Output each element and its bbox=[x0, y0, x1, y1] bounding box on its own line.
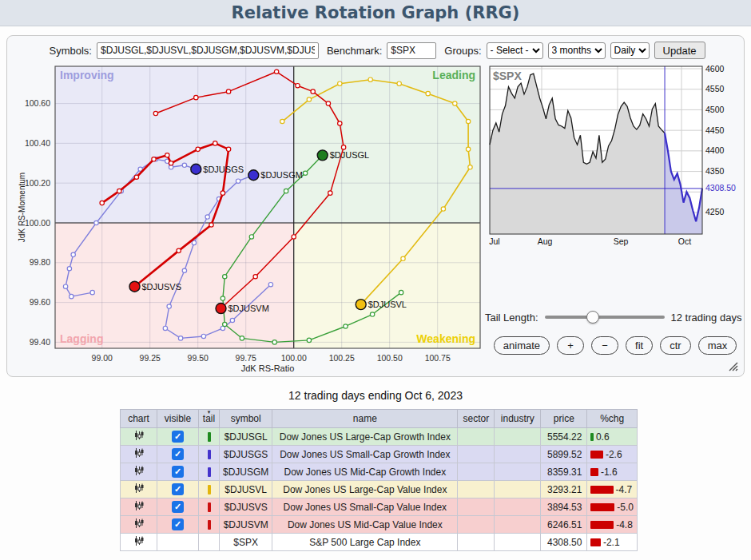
benchmark-mini-chart[interactable]: 46004550450044504400435042504308.50JulAu… bbox=[483, 63, 747, 258]
animate-button[interactable]: animate bbox=[494, 336, 550, 355]
chart-icon[interactable] bbox=[133, 467, 145, 479]
spx-chart-title: $SPX bbox=[493, 70, 522, 82]
tail-color-indicator[interactable] bbox=[208, 450, 211, 459]
groups-select[interactable]: - Select - bbox=[487, 42, 543, 59]
svg-text:4600: 4600 bbox=[705, 64, 725, 73]
visible-checkbox[interactable]: ✓ bbox=[172, 431, 184, 443]
visible-checkbox[interactable]: ✓ bbox=[172, 448, 184, 460]
svg-text:100.50: 100.50 bbox=[377, 353, 403, 363]
rrg-marker-$DJUSVM[interactable] bbox=[216, 304, 226, 314]
rrg-panel: Symbols: Benchmark: Groups: - Select - 3… bbox=[6, 35, 745, 377]
svg-text:Oct: Oct bbox=[678, 236, 691, 246]
frequency-select[interactable]: Daily bbox=[610, 42, 650, 59]
chart-icon[interactable] bbox=[133, 450, 145, 461]
app-titlebar: Relative Rotation Graph (RRG) bbox=[0, 0, 751, 26]
controls-bar: Symbols: Benchmark: Groups: - Select - 3… bbox=[7, 42, 744, 59]
svg-text:4500: 4500 bbox=[705, 105, 725, 114]
rrg-marker-$DJUSVL[interactable] bbox=[356, 300, 366, 310]
symbols-table-wrap: chartvisible▾tailsymbolnamesectorindustr… bbox=[120, 409, 638, 551]
rrg-marker-$DJUSVS[interactable] bbox=[129, 281, 140, 292]
symbols-input[interactable] bbox=[97, 42, 319, 59]
tail-color-indicator[interactable] bbox=[208, 502, 211, 512]
column-header-tail[interactable]: ▾tail bbox=[199, 410, 220, 428]
rrg-marker-$DJUSGL[interactable] bbox=[317, 150, 328, 161]
cell-industry bbox=[495, 428, 541, 446]
benchmark-input[interactable] bbox=[387, 42, 436, 59]
rrg-marker-label-$DJUSVS: $DJUSVS bbox=[142, 282, 182, 292]
sort-arrow-icon: ▾ bbox=[208, 409, 211, 415]
groups-label: Groups: bbox=[444, 45, 481, 57]
tail-length-slider[interactable] bbox=[545, 311, 665, 324]
chart-icon[interactable] bbox=[133, 520, 145, 531]
visible-checkbox[interactable]: ✓ bbox=[172, 518, 184, 530]
cell-price: 6246.51 bbox=[541, 516, 587, 534]
rrg-marker-$DJUSGS[interactable] bbox=[191, 164, 201, 174]
fit-button[interactable]: fit bbox=[626, 336, 653, 355]
column-header-visible[interactable]: visible bbox=[157, 410, 199, 428]
visible-checkbox[interactable]: ✓ bbox=[172, 483, 184, 495]
symbols-label: Symbols: bbox=[49, 45, 91, 57]
tail-color-indicator[interactable] bbox=[208, 432, 211, 442]
tail-color-indicator[interactable] bbox=[208, 520, 211, 530]
tail-color-indicator[interactable] bbox=[208, 485, 211, 494]
rrg-app: Relative Rotation Graph (RRG) Symbols: B… bbox=[0, 0, 751, 560]
column-header-chart[interactable]: chart bbox=[121, 410, 157, 428]
cell-name: S&P 500 Large Cap Index bbox=[272, 534, 458, 551]
chart-icon[interactable] bbox=[133, 432, 145, 443]
quadrant-label-leading: Leading bbox=[432, 69, 475, 81]
zoom-in-button[interactable]: + bbox=[557, 336, 584, 355]
cell-name: Dow Jones US Mid-Cap Value Index bbox=[272, 516, 458, 534]
tail-color-indicator[interactable] bbox=[208, 467, 211, 477]
cell-sector bbox=[458, 463, 495, 481]
update-button[interactable]: Update bbox=[654, 42, 705, 59]
cell-pct-change: -2.6 bbox=[587, 446, 638, 463]
rrg-marker-label-$DJUSVM: $DJUSVM bbox=[228, 304, 269, 313]
column-header-price[interactable]: price bbox=[541, 410, 587, 428]
svg-text:100.75: 100.75 bbox=[425, 353, 451, 363]
column-header-name[interactable]: name bbox=[272, 410, 458, 428]
svg-text:Sep: Sep bbox=[614, 236, 629, 246]
cell-pct-change: 0.6 bbox=[587, 428, 638, 446]
cell-industry bbox=[495, 446, 541, 463]
resize-handle-icon[interactable] bbox=[727, 360, 738, 371]
table-row-$DJUSGL: ✓$DJUSGLDow Jones US Large-Cap Growth In… bbox=[121, 428, 638, 446]
cell-symbol: $DJUSGS bbox=[220, 446, 272, 463]
slider-track[interactable] bbox=[545, 316, 665, 319]
cell-price: 8359.31 bbox=[541, 463, 587, 481]
slider-knob[interactable] bbox=[586, 311, 599, 324]
max-button[interactable]: max bbox=[698, 336, 737, 355]
period-caption: 12 trading days ending Oct 6, 2023 bbox=[0, 389, 751, 402]
table-row-$DJUSVS: ✓$DJUSVSDow Jones US Small-Cap Value Ind… bbox=[121, 498, 638, 516]
x-axis-title: JdK RS-Ratio bbox=[241, 363, 295, 373]
cell-price: 5899.52 bbox=[541, 446, 587, 463]
column-header-industry[interactable]: industry bbox=[495, 410, 541, 428]
quadrant-weakening bbox=[294, 223, 480, 348]
chart-icon[interactable] bbox=[133, 502, 145, 514]
cell-symbol: $DJUSVL bbox=[220, 481, 272, 498]
center-button[interactable]: ctr bbox=[660, 336, 690, 355]
zoom-out-button[interactable]: − bbox=[591, 336, 618, 355]
chart-icon[interactable] bbox=[133, 538, 145, 549]
tail-length-label: Tail Length: bbox=[485, 312, 538, 324]
svg-text:99.25: 99.25 bbox=[140, 353, 161, 363]
svg-text:99.60: 99.60 bbox=[30, 297, 50, 307]
cell-industry bbox=[495, 516, 541, 534]
symbols-table: chartvisible▾tailsymbolnamesectorindustr… bbox=[120, 409, 638, 551]
svg-text:99.00: 99.00 bbox=[92, 353, 113, 363]
svg-text:100.00: 100.00 bbox=[281, 353, 307, 363]
visible-checkbox[interactable]: ✓ bbox=[172, 501, 184, 513]
period-select[interactable]: 3 months bbox=[548, 42, 606, 59]
chart-icon[interactable] bbox=[133, 485, 145, 496]
visible-checkbox[interactable]: ✓ bbox=[172, 466, 184, 478]
rrg-chart[interactable]: ImprovingLeadingLaggingWeakening99.0099.… bbox=[17, 63, 496, 382]
cell-name: Dow Jones US Small-Cap Value Index bbox=[272, 498, 458, 516]
column-header-sector[interactable]: sector bbox=[458, 410, 495, 428]
column-header-symbol[interactable]: symbol bbox=[220, 410, 272, 428]
rrg-marker-label-$DJUSVL: $DJUSVL bbox=[368, 300, 407, 309]
cell-price: 3894.53 bbox=[541, 498, 587, 516]
cell-symbol: $DJUSGM bbox=[220, 463, 272, 481]
cell-price: 3293.21 bbox=[541, 481, 587, 498]
rrg-marker-$DJUSGM[interactable] bbox=[248, 170, 259, 181]
column-header-pctchg[interactable]: %chg bbox=[587, 410, 638, 428]
cell-pct-change: -1.6 bbox=[587, 463, 638, 481]
